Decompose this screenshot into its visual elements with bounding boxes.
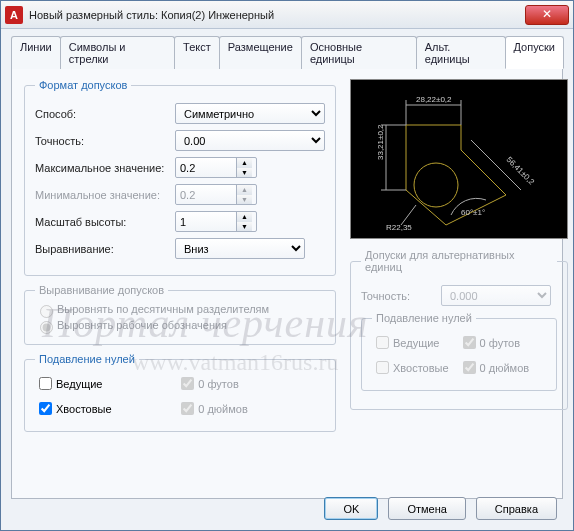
select-method[interactable]: Симметрично [175, 103, 325, 124]
spin-up-icon: ▲ [237, 185, 252, 195]
group-alt-tol: Допуски для альтернативных единиц Точнос… [350, 249, 568, 410]
label-alt-leading: Ведущие [393, 337, 439, 349]
dim-radius: R22,35 [386, 223, 412, 232]
tab-strip: Линии Символы и стрелки Текст Размещение… [11, 35, 563, 69]
radio-align-symbol [40, 321, 53, 334]
dim-top: 28,22±0,2 [416, 95, 452, 104]
client-area: Линии Символы и стрелки Текст Размещение… [1, 29, 573, 509]
legend-tol-align: Выравнивание допусков [35, 284, 168, 296]
spin-down-icon[interactable]: ▼ [237, 168, 252, 178]
dialog-window: A Новый размерный стиль: Копия(2) Инжене… [0, 0, 574, 531]
group-tolerance-format: Формат допусков Способ: Симметрично Точн… [24, 79, 336, 276]
label-precision: Точность: [35, 135, 175, 147]
dim-left: 33,21±0,2 [376, 124, 385, 160]
legend-zero: Подавление нулей [35, 353, 139, 365]
radio-align-decimal [40, 305, 53, 318]
cancel-button[interactable]: Отмена [388, 497, 465, 520]
close-button[interactable]: ✕ [525, 5, 569, 25]
check-alt-feet [463, 336, 476, 349]
label-method: Способ: [35, 108, 175, 120]
label-inches: 0 дюймов [198, 403, 248, 415]
spin-up-icon[interactable]: ▲ [237, 212, 252, 222]
dim-right: 56,41±0,2 [505, 155, 537, 187]
label-min: Минимальное значение: [35, 189, 175, 201]
tab-text[interactable]: Текст [174, 36, 220, 69]
help-button[interactable]: Справка [476, 497, 557, 520]
spinner-scale[interactable]: ▲▼ [175, 211, 257, 232]
spinner-min: ▲▼ [175, 184, 257, 205]
check-alt-leading [376, 336, 389, 349]
legend-alt-zero: Подавление нулей [372, 312, 476, 324]
tab-primary[interactable]: Основные единицы [301, 36, 417, 69]
titlebar: A Новый размерный стиль: Копия(2) Инжене… [1, 1, 573, 29]
svg-point-0 [414, 163, 458, 207]
spinner-max[interactable]: ▲▼ [175, 157, 257, 178]
check-trailing[interactable] [39, 402, 52, 415]
label-align-decimal: Выровнять по десятичным разделителям [57, 303, 269, 315]
select-alt-precision: 0.000 [441, 285, 551, 306]
tab-fit[interactable]: Размещение [219, 36, 302, 69]
input-scale[interactable] [176, 212, 236, 231]
preview-svg: 28,22±0,2 33,21±0,2 56,41±0,2 60°±1° R22… [351, 80, 569, 240]
group-tol-align: Выравнивание допусков Выровнять по десят… [24, 284, 336, 345]
label-alt-inches: 0 дюймов [480, 362, 530, 374]
window-title: Новый размерный стиль: Копия(2) Инженерн… [29, 9, 274, 21]
tab-lines[interactable]: Линии [11, 36, 61, 69]
label-alt-feet: 0 футов [480, 337, 520, 349]
check-inches [181, 402, 194, 415]
tab-alt[interactable]: Альт. единицы [416, 36, 506, 69]
spin-down-icon[interactable]: ▼ [237, 222, 252, 232]
select-precision[interactable]: 0.00 [175, 130, 325, 151]
label-feet: 0 футов [198, 378, 238, 390]
ok-button[interactable]: OK [324, 497, 378, 520]
tab-tolerances[interactable]: Допуски [505, 36, 564, 69]
group-zero-suppress: Подавление нулей Ведущие 0 футов Хвостов… [24, 353, 336, 432]
check-leading[interactable] [39, 377, 52, 390]
label-align: Выравнивание: [35, 243, 175, 255]
check-alt-trailing [376, 361, 389, 374]
dim-angle: 60°±1° [461, 208, 485, 217]
label-scale: Масштаб высоты: [35, 216, 175, 228]
preview-pane: 28,22±0,2 33,21±0,2 56,41±0,2 60°±1° R22… [350, 79, 568, 239]
label-align-symbol: Выровнять рабочие обозначения [57, 319, 227, 331]
button-row: OK Отмена Справка [324, 497, 557, 520]
tab-symbols[interactable]: Символы и стрелки [60, 36, 175, 69]
check-feet [181, 377, 194, 390]
legend-alt: Допуски для альтернативных единиц [361, 249, 557, 273]
window-controls: ✕ [525, 5, 569, 25]
input-min [176, 185, 236, 204]
input-max[interactable] [176, 158, 236, 177]
label-alt-trailing: Хвостовые [393, 362, 449, 374]
label-max: Максимальное значение: [35, 162, 175, 174]
label-trailing: Хвостовые [56, 403, 112, 415]
legend-format: Формат допусков [35, 79, 131, 91]
spin-down-icon: ▼ [237, 195, 252, 205]
label-alt-precision: Точность: [361, 290, 441, 302]
svg-line-8 [401, 205, 416, 225]
label-leading: Ведущие [56, 378, 102, 390]
spin-up-icon[interactable]: ▲ [237, 158, 252, 168]
tab-body: Портал черчения www.vatman16rus.ru Форма… [11, 69, 563, 499]
check-alt-inches [463, 361, 476, 374]
select-align[interactable]: Вниз [175, 238, 305, 259]
app-icon: A [5, 6, 23, 24]
group-alt-zero: Подавление нулей Ведущие 0 футов Хвостов… [361, 312, 557, 391]
